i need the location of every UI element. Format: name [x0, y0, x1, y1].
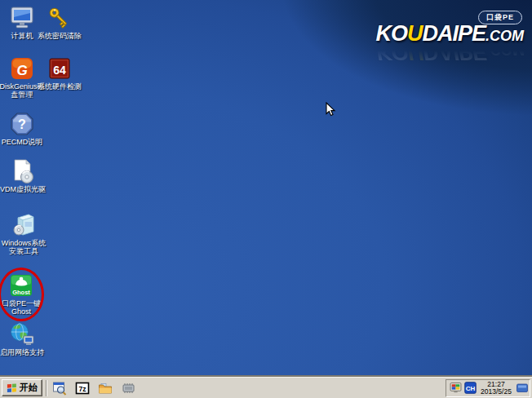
document-cd-icon [10, 158, 36, 184]
pecmd-viewer-icon [52, 381, 67, 396]
chip-icon [121, 381, 135, 396]
computer-icon [9, 5, 35, 31]
folder-icon [98, 381, 113, 396]
icon-label: 口袋PE一键Ghost [2, 299, 41, 316]
desktop-icon-ghost[interactable]: Ghost 口袋PE一键Ghost [1, 272, 42, 316]
desktop-icon-vdm-virtual-drive[interactable]: VDM虚拟光驱 [0, 158, 48, 193]
svg-text:CH: CH [466, 385, 476, 392]
ime-ch-icon: CH [464, 382, 477, 394]
key-icon [47, 5, 73, 31]
quicklaunch-pecmd-viewer[interactable] [51, 379, 69, 397]
ghost-icon: Ghost [8, 272, 34, 298]
question-octagon-icon: ? [9, 111, 35, 137]
tray-clock[interactable]: 21:27 2013/5/25 [479, 381, 513, 396]
svg-text:7z: 7z [79, 384, 86, 392]
tray-display-settings[interactable] [450, 382, 462, 394]
software-box-cd-icon [11, 212, 37, 238]
taskbar: 开始 7z [0, 377, 532, 398]
koudaipe-logo: 口袋PE KOUDAIPE.COM KOUDAIPE.COM [336, 8, 524, 64]
icon-label: VDM虚拟光驱 [0, 185, 46, 193]
tray-ime-indicator[interactable]: CH [464, 382, 477, 394]
tray-display-device[interactable] [516, 382, 528, 394]
icon-label: 系统密码清除 [38, 32, 82, 40]
icon-label: PECMD说明 [2, 138, 43, 146]
quicklaunch-7zip[interactable]: 7z [73, 379, 91, 397]
svg-text:G: G [16, 63, 27, 78]
desktop-icon-password-clear[interactable]: 系统密码清除 [36, 5, 83, 40]
taskbar-divider [46, 380, 47, 396]
icon-label: 启用网络支持 [0, 348, 44, 356]
logo-reflection: KOUDAIPE.COM [336, 39, 524, 64]
desktop: 口袋PE KOUDAIPE.COM KOUDAIPE.COM 计算机 [0, 0, 532, 398]
tray-date: 2013/5/25 [479, 388, 513, 396]
display-icon [450, 382, 462, 394]
7zip-icon: 7z [75, 381, 90, 396]
svg-text:Ghost: Ghost [12, 289, 30, 296]
blue-monitor-icon [516, 383, 528, 393]
mouse-cursor [326, 102, 337, 118]
hw64-icon: 64 [47, 55, 73, 82]
desktop-icon-windows-setup-tools[interactable]: Windows系统安装工具 [0, 212, 47, 255]
start-label: 开始 [20, 382, 38, 394]
quicklaunch-file-manager[interactable] [96, 379, 114, 397]
icon-label: 系统硬件检测 [38, 82, 82, 91]
desktop-icon-pecmd-help[interactable]: ? PECMD说明 [0, 111, 45, 146]
start-button[interactable]: 开始 [2, 379, 42, 396]
quicklaunch-ramdisk[interactable] [119, 379, 137, 397]
svg-text:64: 64 [53, 64, 66, 77]
diskgenius-icon: G [9, 55, 35, 82]
desktop-icon-hardware-detect[interactable]: 64 系统硬件检测 [36, 55, 83, 91]
svg-text:?: ? [18, 117, 26, 131]
desktop-icon-enable-network[interactable]: 启用网络支持 [0, 321, 45, 356]
system-tray: CH 21:27 2013/5/25 [446, 379, 530, 397]
globe-network-icon [9, 321, 35, 347]
windows-flag-icon [7, 383, 17, 393]
icon-label: 计算机 [11, 32, 33, 40]
icon-label: Windows系统安装工具 [2, 239, 47, 255]
